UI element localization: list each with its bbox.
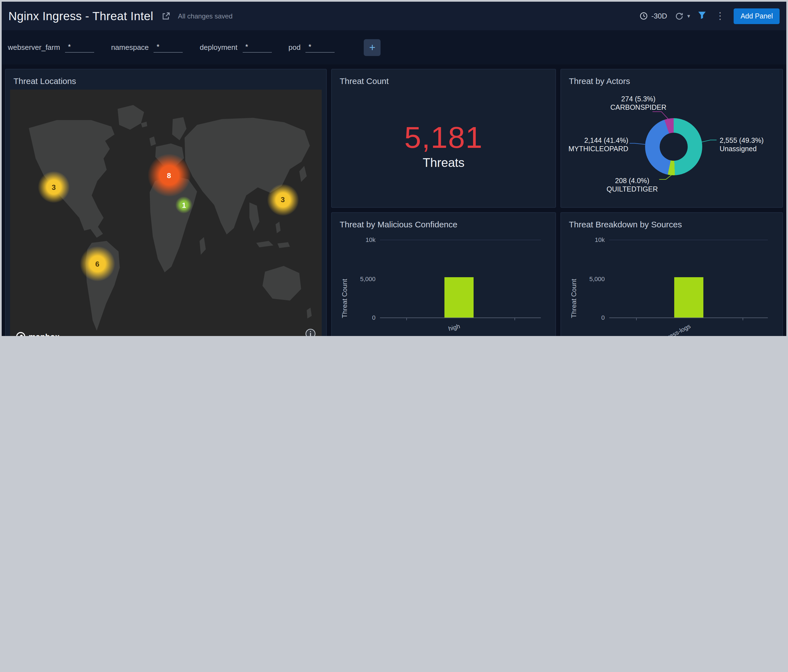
marker-count: 3: [281, 196, 285, 204]
panel-threat-breakdown-by-sources: Threat Breakdown by Sources Threat Count…: [561, 212, 783, 336]
time-range-button[interactable]: -30D: [639, 12, 667, 20]
x-tick-mark: [407, 317, 407, 320]
dashboard-title: Nginx Ingress - Threat Intel: [8, 9, 153, 23]
bar-chart-sources: Threat Count 10k 5,000 0 nginx-ingress-l…: [569, 235, 775, 336]
x-tick-mark: [742, 317, 743, 320]
map-marker-europe[interactable]: 8: [148, 154, 190, 197]
panel-title: Threat by Malicious Confidence: [332, 213, 555, 233]
threat-count-unit: Threats: [332, 156, 555, 170]
panel-grid: Threat Locations: [2, 64, 786, 336]
filter-icon: [698, 11, 707, 19]
plot-area: 10k 5,000 0 high: [380, 240, 541, 318]
y-axis-title: Threat Count: [341, 240, 349, 318]
map-marker-north-america[interactable]: 3: [38, 171, 70, 203]
chevron-down-icon: ▾: [687, 13, 690, 19]
panel-threat-count: Threat Count 5,181 Threats: [331, 69, 556, 208]
mapbox-icon: [16, 331, 26, 336]
map-marker-middle-east[interactable]: 1: [175, 197, 192, 213]
filter-group-deployment: deployment *: [200, 42, 272, 52]
y-axis-title: Threat Count: [570, 240, 578, 318]
panel-title: Threat Count: [332, 70, 555, 90]
mapbox-label: mapbox: [29, 332, 60, 336]
add-filter-button[interactable]: +: [364, 39, 381, 56]
filter-input-namespace[interactable]: *: [154, 42, 183, 52]
filter-label: webserver_farm: [8, 43, 60, 52]
marker-count: 3: [52, 183, 56, 191]
bar-high[interactable]: [444, 277, 473, 317]
filter-input-deployment[interactable]: *: [242, 42, 272, 52]
filter-input-webserver-farm[interactable]: *: [65, 42, 94, 52]
refresh-button[interactable]: ▾: [675, 11, 690, 21]
plot-area: 10k 5,000 0 nginx-ingress-logs: [609, 240, 768, 318]
panel-title: Threat Breakdown by Sources: [561, 213, 782, 233]
marker-count: 8: [167, 171, 171, 180]
y-tick-0: 0: [372, 314, 375, 321]
filter-group-namespace: namespace *: [111, 42, 183, 52]
share-icon: [161, 11, 170, 21]
callout-quiltedtiger: 208 (4.0%) QUILTEDTIGER: [607, 177, 658, 194]
clock-icon: [639, 12, 648, 20]
x-tick-mark: [636, 317, 637, 320]
marker-count: 6: [95, 260, 99, 268]
bar-nginx-ingress-logs[interactable]: [674, 277, 703, 317]
filter-group-pod: pod *: [288, 42, 335, 52]
callout-mythicleopard: 2,144 (41.4%) MYTHICLEOPARD: [561, 136, 628, 154]
threat-count-value: 5,181: [332, 120, 555, 155]
y-tick-10k: 10k: [366, 236, 376, 243]
x-tick-mark: [514, 317, 515, 320]
map-marker-east-asia[interactable]: 3: [267, 184, 299, 216]
callout-unassigned: 2,555 (49.3%) Unassigned: [720, 136, 764, 154]
map-info-icon[interactable]: [305, 328, 316, 336]
panel-title: Threat by Actors: [561, 70, 782, 90]
callout-carbonspider: 274 (5.3%) CARBONSPIDER: [610, 95, 666, 112]
filter-group-webserver-farm: webserver_farm *: [8, 42, 94, 52]
dashboard-viewport: Nginx Ingress - Threat Intel All changes…: [0, 0, 788, 336]
x-category-label: high: [447, 320, 459, 330]
time-range-label: -30D: [651, 12, 667, 20]
world-map[interactable]: 38136 mapbox: [10, 90, 322, 336]
filter-label: deployment: [200, 43, 237, 52]
app-window: Nginx Ingress - Threat Intel All changes…: [0, 0, 788, 336]
y-tick-5000: 5,000: [360, 275, 375, 282]
filter-label: namespace: [111, 43, 149, 52]
panel-threat-locations: Threat Locations: [5, 69, 327, 336]
filter-label: pod: [288, 43, 300, 52]
y-tick-5000: 5,000: [589, 275, 605, 282]
saved-status: All changes saved: [178, 12, 233, 20]
share-button[interactable]: [161, 11, 170, 21]
x-category-label: nginx-ingress-logs: [639, 320, 688, 330]
bar-chart-malicious-confidence: Threat Count 10k 5,000 0 high Malicious …: [340, 235, 548, 336]
mapbox-logo[interactable]: mapbox: [16, 331, 60, 336]
filter-input-pod[interactable]: *: [306, 42, 335, 52]
actors-donut-chart[interactable]: [645, 118, 702, 175]
y-tick-0: 0: [601, 314, 605, 321]
refresh-icon: [675, 11, 684, 21]
header: Nginx Ingress - Threat Intel All changes…: [2, 2, 786, 30]
marker-count: 1: [182, 201, 186, 209]
kebab-menu-icon[interactable]: ⋮: [714, 11, 726, 21]
map-marker-south-america[interactable]: 6: [80, 247, 114, 281]
panel-threat-by-actors: Threat by Actors 274 (5.3%) CARBONSPIDER…: [561, 69, 783, 208]
panel-title: Threat Locations: [6, 70, 326, 90]
y-tick-10k: 10k: [595, 236, 605, 243]
filter-button[interactable]: [698, 11, 707, 21]
add-panel-button[interactable]: Add Panel: [734, 8, 780, 24]
filter-bar: webserver_farm * namespace * deployment …: [2, 30, 786, 64]
panel-threat-by-malicious-confidence: Threat by Malicious Confidence Threat Co…: [331, 212, 556, 336]
